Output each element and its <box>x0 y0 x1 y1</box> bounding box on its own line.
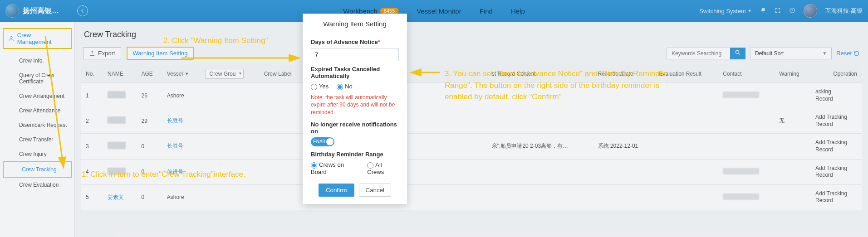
vessel-link[interactable]: 前进号 <box>167 169 183 175</box>
back-button[interactable] <box>77 5 88 16</box>
sidebar-item-crew-attendance[interactable]: Crew Attendance <box>0 103 74 118</box>
help-icon[interactable]: ? <box>789 7 795 15</box>
chevron-down-icon: ▼ <box>748 9 752 13</box>
sidebar-item-crew-transfer[interactable]: Crew Transfer <box>0 132 74 147</box>
table-row: 126AshoreOn homeackingRecord <box>81 83 862 108</box>
col-crew-label: Crew Label <box>260 65 305 83</box>
table-row: 229长胜号On Board无Add TrackingRecord <box>81 108 862 134</box>
top-right: Switching System ▼ ? 互海科技-高银 <box>699 4 863 18</box>
name-blur <box>108 91 126 98</box>
export-icon <box>89 50 95 57</box>
topbar: 扬州高银… Workbench 8455 Vessel Monitor Find… <box>0 0 868 22</box>
logo-area: 扬州高银… <box>5 4 59 18</box>
col-age: AGE <box>137 65 162 83</box>
col-warning: Warning <box>775 65 811 83</box>
sidebar-item-crew-tracking[interactable]: Crew Tracking <box>3 161 72 178</box>
svg-text:?: ? <box>791 9 793 12</box>
col-vessel[interactable]: Vessel ▼ <box>162 65 201 83</box>
col-last-record: st Record Content <box>487 65 593 83</box>
bell-icon[interactable] <box>760 7 766 15</box>
workbench-badge: 8455 <box>380 8 398 14</box>
search-input[interactable] <box>667 48 730 59</box>
avatar[interactable] <box>804 4 817 18</box>
birthday-label: Birthday Reminder Range <box>311 151 399 158</box>
col-name: NAME <box>103 65 137 83</box>
sidebar-item-crew-arrangement[interactable]: Crew Arrangement <box>0 89 74 103</box>
sidebar-item-crew-info-[interactable]: Crew Info. <box>0 53 74 68</box>
sort-select[interactable]: Default Sort ▼ <box>750 48 832 59</box>
expire-note: Note: the task will automatically expire… <box>311 94 399 116</box>
crew-table: No. NAME AGE Vessel ▼ Crew Grou Crew Lab… <box>81 65 862 210</box>
name-blur <box>108 168 126 175</box>
add-tracking-record[interactable]: Add TrackingRecord <box>811 108 862 134</box>
name-blur <box>108 142 126 149</box>
days-input[interactable] <box>311 48 399 61</box>
sidebar: Crew Management Crew Info.Query of Crew … <box>0 22 75 237</box>
fullscreen-icon[interactable] <box>775 7 781 15</box>
crew-name[interactable]: 姜素文 <box>108 194 124 200</box>
warning-item-setting-modal: Warning Item Setting Days of Advance Not… <box>303 14 407 204</box>
radio-no[interactable]: No <box>337 83 353 90</box>
table-row: 40前进号On BoardAdd TrackingRecord <box>81 159 862 184</box>
add-tracking-record[interactable]: ackingRecord <box>811 83 862 108</box>
expired-label: Expired Tasks Cancelled Automatically <box>311 66 399 79</box>
add-tracking-record[interactable]: Add TrackingRecord <box>811 134 862 159</box>
name-blur <box>108 116 126 124</box>
radio-crews-on-board[interactable]: Crews on Board <box>311 161 359 175</box>
contact-blur <box>723 92 759 98</box>
days-label: Days of Advance Notice* <box>311 39 399 45</box>
contact-blur <box>723 168 759 174</box>
sidebar-item-disembark-request[interactable]: Disembark Request <box>0 118 74 132</box>
radio-yes[interactable]: Yes <box>311 83 329 90</box>
arrow-left-icon <box>79 8 86 14</box>
nav-help[interactable]: Help <box>511 7 525 15</box>
switching-system[interactable]: Switching System ▼ <box>699 8 752 15</box>
col-eval: Evaluation Result <box>654 65 718 83</box>
cancel-button[interactable]: Cancel <box>359 184 392 197</box>
search-button[interactable] <box>730 48 745 59</box>
page-title: Crew Tracking <box>81 22 862 43</box>
modal-title: Warning Item Setting <box>311 20 399 34</box>
svg-point-2 <box>10 36 13 39</box>
export-button[interactable]: Export <box>83 47 121 59</box>
main-content: Crew Tracking Export Warning Item Settin… <box>75 22 868 237</box>
svg-point-3 <box>736 50 739 53</box>
company-name: 扬州高银… <box>23 6 59 16</box>
nav-vessel-monitor[interactable]: Vessel Monitor <box>417 7 461 15</box>
add-tracking-record[interactable]: Add TrackingRecord <box>811 159 862 184</box>
toolbar: Export Warning Item Setting Default Sort… <box>81 43 862 65</box>
col-operation: Operation <box>811 65 862 83</box>
sidebar-item-crew-evaluation[interactable]: Crew Evaluation <box>0 178 74 192</box>
contact-blur <box>723 193 759 200</box>
user-icon <box>8 35 15 42</box>
sidebar-item-crew-injury[interactable]: Crew Injury <box>0 147 74 161</box>
sidebar-parent-label: Crew Management <box>17 32 66 45</box>
warning-item-setting-button[interactable]: Warning Item Setting <box>127 47 194 60</box>
confirm-button[interactable]: Confirm <box>319 184 354 197</box>
notification-toggle[interactable]: ENABL <box>311 137 334 146</box>
col-no: No. <box>81 65 103 83</box>
vessel-link[interactable]: 长胜号 <box>167 117 183 124</box>
sidebar-parent-crew-management[interactable]: Crew Management <box>3 28 72 49</box>
user-name: 互海科技-高银 <box>825 7 863 15</box>
search <box>667 48 745 59</box>
col-recorder-date: Recorder/Date <box>593 65 655 83</box>
no-longer-label: No longer receive notifications on <box>311 121 399 135</box>
nav-find[interactable]: Find <box>480 7 493 15</box>
col-crew-group[interactable]: Crew Grou <box>201 65 260 83</box>
radio-all-crews[interactable]: All Crews <box>367 161 399 175</box>
chevron-down-icon: ▼ <box>185 72 189 76</box>
chevron-down-icon: ▼ <box>822 51 827 56</box>
reset-button[interactable]: Reset <box>836 50 860 57</box>
table-row: 5姜素文0AshoreOn homeAdd TrackingRecord <box>81 184 862 210</box>
add-tracking-record[interactable]: Add TrackingRecord <box>811 184 862 210</box>
search-icon <box>735 49 741 56</box>
vessel-link[interactable]: 长胜号 <box>167 143 183 149</box>
col-contact: Contact <box>718 65 775 83</box>
table-row: 30长胜号On Board亲",船员申请20 2-03离船，有…系统 2022-… <box>81 134 862 159</box>
sidebar-item-query-of-crew-certificate[interactable]: Query of Crew Certificate <box>0 68 74 89</box>
logo-icon <box>5 4 19 18</box>
reset-icon <box>853 50 860 57</box>
